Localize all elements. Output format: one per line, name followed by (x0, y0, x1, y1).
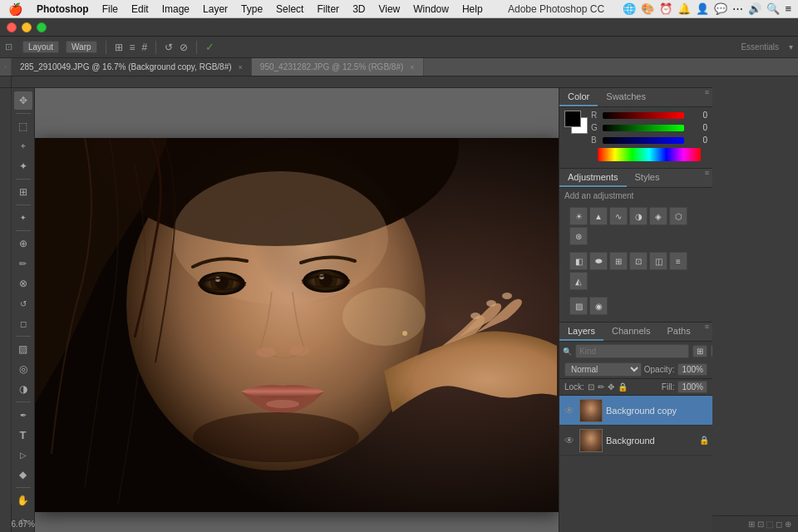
gradient-tool[interactable]: ▨ (14, 340, 32, 358)
eraser-tool[interactable]: ◻ (14, 314, 32, 332)
hand-tool[interactable]: ✋ (14, 491, 32, 510)
tab-2-close[interactable]: × (410, 63, 414, 71)
menu-file[interactable]: File (96, 0, 125, 17)
menu-window[interactable]: Window (406, 0, 456, 17)
minimize-button[interactable] (22, 22, 32, 32)
menu-filter[interactable]: Filter (310, 0, 346, 17)
threshold-icon[interactable]: ◭ (569, 272, 588, 290)
tab-styles[interactable]: Styles (627, 169, 668, 187)
menu-3d[interactable]: 3D (346, 0, 372, 17)
heal-tool[interactable]: ⊕ (14, 234, 32, 253)
content-area: // Ruler ticks - rendered via JS below ✥ (0, 76, 798, 515)
color-spectrum[interactable] (598, 148, 701, 161)
magic-wand-tool[interactable]: ✦ (14, 157, 32, 175)
b-value: 0 (687, 135, 707, 145)
tab-channels[interactable]: Channels (603, 323, 658, 341)
maximize-button[interactable] (37, 22, 47, 32)
layer-add-icon[interactable]: + (711, 345, 712, 357)
left-toolbar: ✥ ⬚ ⌖ ✦ ⊞ ✦ (12, 88, 35, 532)
type-tool[interactable]: T (14, 426, 32, 444)
menu-type[interactable]: Type (234, 0, 269, 17)
selectcolor-icon[interactable]: ◉ (589, 297, 608, 315)
svg-point-21 (402, 331, 407, 336)
lock-all-icon[interactable]: 🔒 (618, 382, 628, 392)
dodge-tool[interactable]: ◑ (14, 380, 32, 398)
curves-icon[interactable]: ∿ (609, 207, 628, 225)
layer-search-input[interactable] (575, 344, 689, 358)
layer-filter-icon[interactable]: ⊞ (692, 345, 707, 357)
tab-2[interactable]: 950_4231282.JPG @ 12.5% (RGB/8#) × (252, 58, 424, 76)
lock-pixels-icon[interactable]: ✏ (598, 382, 604, 392)
apple-logo[interactable]: 🍎 (0, 2, 30, 16)
confirm-icon[interactable]: ✓ (205, 41, 214, 53)
huesat-icon[interactable]: ⬡ (669, 207, 687, 225)
colorbalance-icon[interactable]: ⊛ (569, 227, 588, 245)
workspace-dropdown-icon[interactable]: ▾ (789, 42, 793, 52)
menu-help[interactable]: Help (456, 0, 490, 17)
r-slider[interactable] (603, 112, 684, 119)
lasso-tool[interactable]: ⌖ (14, 137, 32, 155)
close-button[interactable] (7, 22, 17, 32)
layout-button[interactable]: Layout (22, 41, 59, 53)
adj-icons-row2: ◧ ⬬ ⊞ ⊡ ◫ ≡ ◭ (564, 249, 707, 293)
warp-button[interactable]: Warp (66, 41, 97, 53)
layer-item-1[interactable]: 👁 Background 🔒 (559, 426, 712, 456)
invert-icon[interactable]: ◫ (649, 252, 667, 270)
zoom-tool[interactable]: ⌕ (14, 511, 32, 530)
photofilter-icon[interactable]: ⬬ (589, 252, 608, 270)
levels-icon[interactable]: ▲ (589, 207, 608, 225)
canvas-image[interactable] (35, 138, 559, 512)
eyedropper-tool[interactable]: ✦ (14, 209, 32, 227)
blur-tool[interactable]: ◎ (14, 360, 32, 378)
tab-adjustments[interactable]: Adjustments (559, 169, 627, 187)
magic-wand-icon: ✦ (19, 160, 27, 172)
menu-view[interactable]: View (372, 0, 406, 17)
pen-tool[interactable]: ✒ (14, 406, 32, 424)
tab-2-label: 950_4231282.JPG @ 12.5% (RGB/8#) (260, 62, 403, 71)
shape-tool[interactable]: ◆ (14, 466, 32, 484)
clone-tool[interactable]: ⊗ (14, 274, 32, 293)
crop-icon: ⊞ (19, 186, 27, 198)
menu-photoshop[interactable]: Photoshop (30, 0, 96, 17)
tool-sep-2 (16, 179, 31, 180)
move-tool[interactable]: ✥ (14, 91, 32, 110)
layer-visibility-1[interactable]: 👁 (563, 435, 576, 446)
tool-sep-5 (16, 336, 31, 337)
color-panel-collapse[interactable]: ≡ (702, 88, 712, 106)
vibrance-icon[interactable]: ◈ (649, 207, 667, 225)
adj-panel-collapse[interactable]: ≡ (702, 169, 712, 187)
b-slider[interactable] (603, 137, 684, 144)
colorlookup-icon[interactable]: ⊡ (629, 252, 648, 270)
lock-move-icon[interactable]: ✥ (608, 382, 614, 392)
exposure-icon[interactable]: ◑ (629, 207, 648, 225)
menu-edit[interactable]: Edit (125, 0, 155, 17)
layer-visibility-0[interactable]: 👁 (563, 405, 576, 416)
menu-layer[interactable]: Layer (196, 0, 234, 17)
layers-panel-collapse[interactable]: ≡ (702, 323, 712, 341)
history-brush-tool[interactable]: ↺ (14, 294, 32, 313)
gradientmap-icon[interactable]: ▨ (569, 297, 588, 315)
tab-paths[interactable]: Paths (659, 323, 699, 341)
path-selection-tool[interactable]: ▷ (14, 446, 32, 464)
channelmixer-icon[interactable]: ⊞ (609, 252, 628, 270)
marquee-tool[interactable]: ⬚ (14, 117, 32, 135)
crop-tool[interactable]: ⊞ (14, 183, 32, 201)
posterize-icon[interactable]: ≡ (669, 252, 687, 270)
g-slider[interactable] (603, 125, 684, 131)
layer-item-0[interactable]: 👁 Background copy (559, 396, 712, 426)
opacity-value[interactable]: 100% (677, 363, 707, 376)
brush-tool[interactable]: ✏ (14, 254, 32, 273)
tab-1[interactable]: 285_2910049.JPG @ 16.7% (Background copy… (12, 58, 252, 76)
blend-mode-select[interactable]: Normal (564, 362, 642, 377)
menu-image[interactable]: Image (155, 0, 196, 17)
fg-swatch[interactable] (564, 111, 581, 127)
fill-value[interactable]: 100% (677, 381, 707, 393)
lock-position-icon[interactable]: ⊡ (588, 382, 594, 392)
tab-1-close[interactable]: × (239, 63, 243, 71)
bw-icon[interactable]: ◧ (569, 252, 588, 270)
tab-color[interactable]: Color (559, 88, 598, 106)
brightness-contrast-icon[interactable]: ☀ (569, 207, 588, 225)
tab-swatches[interactable]: Swatches (598, 88, 654, 106)
menu-select[interactable]: Select (269, 0, 310, 17)
tab-layers[interactable]: Layers (559, 323, 603, 341)
